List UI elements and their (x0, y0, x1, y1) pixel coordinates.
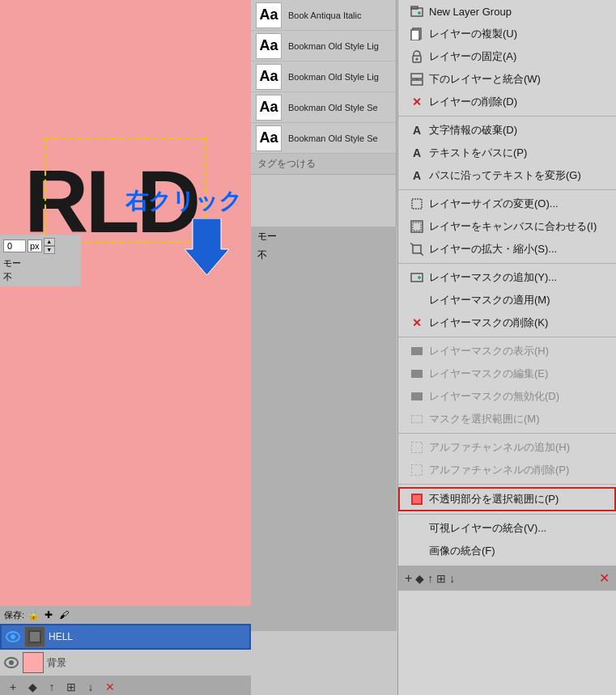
font-panel: Aa Book Antiqua Italic Aa Bookman Old St… (251, 0, 397, 227)
opaque-selection-icon (410, 492, 424, 506)
menu-item-show-mask[interactable]: レイヤーマスクの表示(H) (398, 340, 616, 362)
bg-layer-eye-icon[interactable] (3, 655, 19, 671)
duplicate-layer-icon (410, 27, 424, 41)
protect-row: 保存: 🔒 ✚ 🖌 (0, 606, 251, 624)
layer-thumb (24, 626, 45, 647)
menu-item-disable-mask[interactable]: レイヤーマスクの無効化(D) (398, 385, 616, 408)
apply-mask-label: レイヤーマスクの適用(M) (429, 293, 608, 307)
font-aa-icon-2: Aa (256, 64, 282, 90)
separator-4 (398, 337, 616, 337)
text-a-icon-2: A (410, 146, 424, 160)
menu-item-scale-layer[interactable]: レイヤーの拡大・縮小(S)... (398, 238, 616, 261)
scale-layer-label: レイヤーの拡大・縮小(S)... (429, 242, 608, 256)
svg-point-14 (416, 58, 418, 61)
menu-item-new-layer-group[interactable]: New Layer Group (398, 0, 616, 23)
apply-mask-icon (410, 293, 424, 307)
lock-layer-icon (410, 49, 424, 64)
flatten-image-label: 画像の統合(F) (429, 544, 608, 558)
menu-item-remove-alpha[interactable]: アルファチャンネルの削除(P) (398, 459, 616, 481)
cm-delete-icon[interactable]: ✕ (599, 570, 610, 586)
context-menu-bottom-toolbar: + ◆ ↑ ⊞ ↓ ✕ (398, 566, 616, 591)
menu-item-merge-down[interactable]: 下のレイヤーと統合(W) (398, 68, 616, 91)
font-name-0: Book Antiqua Italic (288, 11, 362, 20)
menu-item-apply-mask[interactable]: レイヤーマスクの適用(M) (398, 289, 616, 311)
move-up-icon[interactable]: ↑ (44, 679, 60, 695)
group-layer-icon[interactable]: ◆ (24, 679, 40, 695)
font-row-2[interactable]: Aa Bookman Old Style Lig (251, 61, 396, 92)
mask-to-selection-label: マスクを選択範囲に(M) (429, 412, 608, 426)
active-layer-row[interactable]: HELL (0, 624, 251, 650)
menu-item-mask-to-selection[interactable]: マスクを選択範囲に(M) (398, 408, 616, 430)
tag-label: タグをつける (257, 158, 316, 169)
layer-size-icon (410, 197, 424, 211)
edit-mask-icon (410, 367, 424, 381)
svg-rect-21 (413, 245, 421, 253)
show-mask-icon (410, 344, 424, 358)
svg-rect-29 (411, 392, 423, 400)
spin-down[interactable]: ▼ (44, 246, 55, 254)
px-control: 0 px ▲ ▼ (3, 238, 78, 254)
delete-layer-icon[interactable]: ✕ (102, 679, 118, 695)
tag-row[interactable]: タグをつける (251, 154, 396, 175)
add-layer-icon[interactable]: + (5, 679, 21, 695)
menu-item-opaque-to-selection[interactable]: 不透明部分を選択範囲に(P) (398, 487, 616, 511)
cm-up-icon[interactable]: ↑ (427, 572, 433, 585)
cm-copy-icon[interactable]: ⊞ (436, 572, 446, 585)
menu-item-text-to-path[interactable]: A テキストをパスに(P) (398, 142, 616, 164)
menu-item-edit-mask[interactable]: レイヤーマスクの編集(E) (398, 362, 616, 385)
menu-item-duplicate-layer[interactable]: レイヤーの複製(U) (398, 23, 616, 45)
text-a-icon-1: A (410, 123, 424, 138)
menu-item-delete-layer[interactable]: ✕ レイヤーの削除(D) (398, 91, 616, 113)
menu-item-flatten-visible[interactable]: 可視レイヤーの統合(V)... (398, 517, 616, 540)
svg-rect-18 (412, 199, 422, 209)
add-alpha-label: アルファチャンネルの追加(H) (429, 440, 608, 455)
svg-point-2 (11, 634, 15, 639)
lock-icon[interactable]: 🔒 (27, 608, 40, 621)
spin-up[interactable]: ▲ (44, 238, 55, 246)
opacity-label: 不 (3, 271, 12, 283)
separator-7 (398, 514, 616, 515)
context-menu: New Layer Group レイヤーの複製(U) レイヤーの固定(A) (397, 0, 616, 695)
menu-item-discard-text[interactable]: A 文字情報の破棄(D) (398, 119, 616, 142)
bg-layer-row[interactable]: 背景 (0, 650, 251, 676)
cross-icon[interactable]: ✚ (42, 608, 55, 621)
separator-6 (398, 484, 616, 485)
font-name-3: Bookman Old Style Se (288, 103, 378, 112)
font-row-0[interactable]: Aa Book Antiqua Italic (251, 0, 396, 31)
move-down-icon[interactable]: ↓ (83, 679, 99, 695)
spin-box[interactable]: ▲ ▼ (44, 238, 55, 254)
font-row-3[interactable]: Aa Bookman Old Style Se (251, 92, 396, 123)
separator-3 (398, 263, 616, 264)
cm-add-icon[interactable]: + (405, 571, 412, 586)
svg-rect-15 (411, 74, 423, 78)
menu-item-text-on-path[interactable]: A パスに沿ってテキストを変形(G) (398, 164, 616, 187)
menu-item-flatten-image[interactable]: 画像の統合(F) (398, 540, 616, 562)
bg-layer-name: 背景 (47, 656, 248, 670)
flatten-image-icon (410, 544, 424, 558)
flatten-visible-label: 可視レイヤーの統合(V)... (429, 521, 608, 536)
cm-down-icon[interactable]: ↓ (449, 572, 455, 585)
show-mask-label: レイヤーマスクの表示(H) (429, 344, 608, 358)
svg-rect-4 (30, 632, 40, 642)
copy-icon[interactable]: ⊞ (63, 679, 79, 695)
menu-item-layer-size[interactable]: レイヤーサイズの変更(O)... (398, 193, 616, 215)
mask-to-selection-icon (410, 412, 424, 426)
font-aa-icon-3: Aa (256, 95, 282, 121)
svg-rect-30 (411, 415, 423, 423)
new-layer-group-label: New Layer Group (429, 6, 608, 18)
cm-group-icon[interactable]: ◆ (415, 572, 424, 585)
brush-icon[interactable]: 🖌 (57, 608, 70, 621)
right-click-label: 右クリック (125, 186, 242, 217)
opaque-to-selection-label: 不透明部分を選択範囲に(P) (429, 492, 606, 506)
menu-item-add-mask[interactable]: レイヤーマスクの追加(Y)... (398, 266, 616, 289)
layer-eye-icon[interactable] (5, 629, 21, 645)
font-row-1[interactable]: Aa Bookman Old Style Lig (251, 31, 396, 61)
menu-item-add-alpha[interactable]: アルファチャンネルの追加(H) (398, 436, 616, 459)
menu-item-lock-layer[interactable]: レイヤーの固定(A) (398, 45, 616, 68)
px-value: 0 (3, 239, 26, 252)
menu-item-fit-canvas[interactable]: レイヤーをキャンバスに合わせる(I) (398, 215, 616, 238)
separator-5 (398, 433, 616, 434)
px-unit[interactable]: px (28, 239, 42, 252)
menu-item-delete-mask[interactable]: ✕ レイヤーマスクの削除(K) (398, 311, 616, 334)
font-row-4[interactable]: Aa Bookman Old Style Se (251, 123, 396, 154)
